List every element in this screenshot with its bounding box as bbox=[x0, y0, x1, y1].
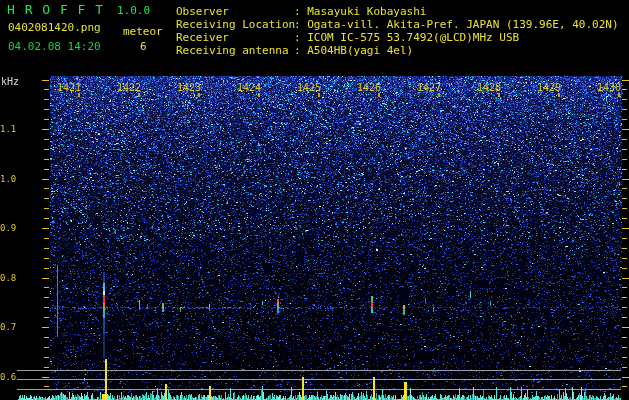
datetime-label: 04.02.08 14:20 bbox=[8, 41, 101, 53]
info-value: : ICOM IC-575 53.7492(@LCD)MHz USB bbox=[294, 31, 519, 44]
info-label: Receiving antenna bbox=[176, 44, 289, 57]
time-tick-label: 1427 bbox=[417, 82, 441, 93]
time-tick-label: 1430 bbox=[597, 82, 621, 93]
freq-tick-label: 0.8 bbox=[0, 273, 16, 283]
freq-tick-label: 1.0 bbox=[0, 174, 16, 184]
spectrogram-canvas bbox=[0, 0, 629, 400]
freq-tick-label: 0.6 bbox=[0, 372, 16, 382]
time-tick-label: 1424 bbox=[237, 82, 261, 93]
freq-unit-label: kHz bbox=[1, 77, 19, 88]
time-tick-label: 1422 bbox=[117, 82, 141, 93]
info-label: Receiving Location bbox=[176, 18, 295, 31]
mode-label: meteor bbox=[123, 26, 163, 38]
info-value: : Masayuki Kobayashi bbox=[294, 5, 426, 18]
time-tick-label: 1423 bbox=[177, 82, 201, 93]
time-tick-label: 1426 bbox=[357, 82, 381, 93]
info-label: Observer bbox=[176, 5, 229, 18]
hrofft-window: H R O F F T 1.0.0 0402081420.png meteor … bbox=[0, 0, 629, 400]
info-label: Receiver bbox=[176, 31, 229, 44]
time-tick-label: 1429 bbox=[537, 82, 561, 93]
time-tick-label: 1421 bbox=[57, 82, 81, 93]
meteor-count: 6 bbox=[140, 41, 147, 53]
output-filename: 0402081420.png bbox=[8, 22, 101, 34]
freq-tick-label: 1.1 bbox=[0, 124, 16, 134]
time-tick-label: 1428 bbox=[477, 82, 501, 93]
info-value: : A504HB(yagi 4el) bbox=[294, 44, 413, 57]
time-tick-label: 1425 bbox=[297, 82, 321, 93]
freq-tick-label: 0.7 bbox=[0, 322, 16, 332]
app-version: 1.0.0 bbox=[117, 5, 150, 17]
info-value: : Ogata-vill. Akita-Pref. JAPAN (139.96E… bbox=[294, 18, 619, 31]
freq-tick-label: 0.9 bbox=[0, 223, 16, 233]
app-title: H R O F F T bbox=[7, 3, 104, 17]
